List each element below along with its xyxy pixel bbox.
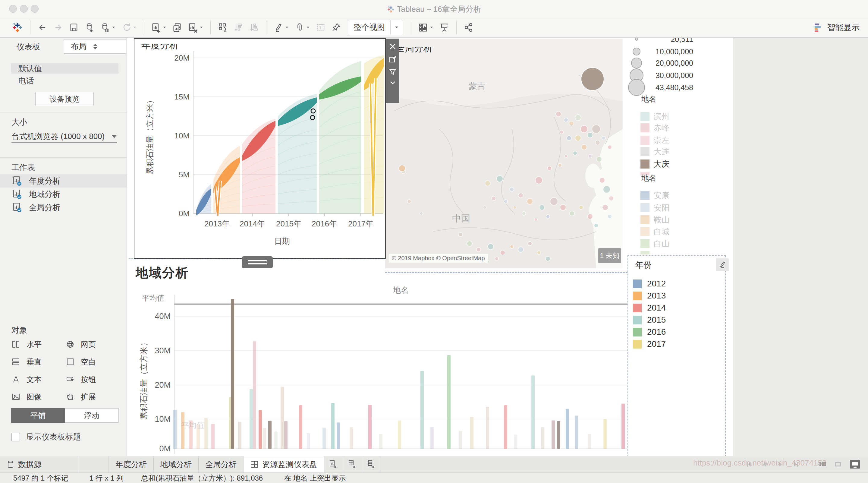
year-legend-item-2015[interactable]: 2015 <box>633 314 666 326</box>
tab-data-source[interactable]: 数据源 <box>0 456 79 473</box>
redo-button[interactable] <box>50 19 66 36</box>
highlight-button[interactable] <box>271 19 292 36</box>
object-web-page-icon[interactable]: 网页 <box>66 338 120 350</box>
year-legend-item-2012[interactable]: 2012 <box>633 278 666 290</box>
new-story-tab-button[interactable] <box>362 456 381 473</box>
city-legend-item[interactable]: 安康 <box>641 190 670 201</box>
show-mark-labels-button[interactable]: T <box>313 19 329 36</box>
object-blank-icon[interactable]: 空白 <box>66 356 120 368</box>
size-legend-row[interactable]: 20,000,000 <box>627 57 727 69</box>
city-legend-item[interactable]: 大连 <box>641 146 670 157</box>
object-horizontal-layout-icon[interactable]: 水平 <box>11 338 66 350</box>
city-legend-item[interactable]: 赤峰 <box>641 122 670 133</box>
sheet-tab-active[interactable]: 资源监测仪表盘 <box>244 456 324 473</box>
title-bar: Tableau – 16章全局分析 <box>0 0 868 17</box>
worksheet-item-0[interactable]: 年度分析 <box>0 174 127 187</box>
toolbar-separator <box>266 21 267 34</box>
worksheets-section-label: 工作表 <box>11 162 35 173</box>
status-bar: 5497 的 1 个标记 1 行 x 1 列 总和(累积石油量（立方米）): 8… <box>0 473 868 483</box>
city-legend-item[interactable]: 鞍山 <box>641 214 670 225</box>
objects-section-label: 对象 <box>11 325 27 336</box>
year-legend-item-2013[interactable]: 2013 <box>633 290 666 302</box>
chevron-down-icon[interactable] <box>390 20 403 35</box>
size-legend-row[interactable]: 20,511 <box>627 38 727 45</box>
new-data-source-button[interactable] <box>82 19 97 36</box>
svg-text:平均值: 平均值 <box>181 421 204 429</box>
object-text-object-icon[interactable]: 文本 <box>11 373 66 385</box>
tab-dashboard[interactable]: 仪表板 <box>17 41 40 52</box>
size-legend-row[interactable]: 10,000,000 <box>627 46 727 58</box>
svg-text:2015年: 2015年 <box>276 219 301 228</box>
show-hide-cards-button[interactable] <box>415 19 436 36</box>
worksheet-item-1[interactable]: 地域分析 <box>0 187 127 201</box>
save-button[interactable] <box>66 19 82 36</box>
year-legend-item-2014[interactable]: 2014 <box>633 302 666 314</box>
tiled-button[interactable]: 平铺 <box>11 408 65 423</box>
size-legend-row[interactable]: 43,480,458 <box>627 82 727 93</box>
svg-text:平均值: 平均值 <box>142 294 164 302</box>
group-members-button[interactable] <box>292 19 313 36</box>
floating-button[interactable]: 浮动 <box>65 408 119 423</box>
close-icon[interactable] <box>389 42 397 51</box>
highlight-pencil-icon[interactable] <box>716 259 729 271</box>
refresh-button[interactable] <box>119 19 140 36</box>
city-legend-item[interactable]: 白城 <box>641 226 670 237</box>
object-button-object-icon[interactable]: 按钮 <box>66 373 120 385</box>
city-legend-item[interactable]: 安阳 <box>641 202 670 213</box>
drag-handle[interactable] <box>242 256 273 268</box>
chart2-title: 地域分析 <box>135 264 189 281</box>
year-analysis-floating-sheet[interactable]: 年度分析 20M15M10M5M0M2013年2014年2015年2016年20… <box>134 38 386 259</box>
sort-descending-button[interactable] <box>246 19 262 36</box>
collapse-pane-icon[interactable] <box>93 44 97 50</box>
worksheet-item-2[interactable]: 全局分析 <box>0 201 127 214</box>
clear-sheet-button[interactable] <box>185 19 206 36</box>
dashboard-phone-item[interactable]: 电话 <box>19 76 34 86</box>
presentation-mode-button[interactable] <box>436 19 452 36</box>
svg-text:20M: 20M <box>155 381 170 390</box>
sheet-tab-0[interactable]: 年度分析 <box>109 456 154 473</box>
go-to-sheet-icon[interactable] <box>389 55 397 63</box>
blank-icon <box>66 357 75 366</box>
new-worksheet-button[interactable] <box>148 19 169 36</box>
object-vertical-layout-icon[interactable]: 垂直 <box>11 356 66 368</box>
show-dashboard-title-checkbox[interactable] <box>11 433 20 442</box>
fit-selector[interactable]: 整个视图 <box>348 20 403 35</box>
year-legend-panel[interactable]: 年份 2012 2013 2014 2015 2016 2017 <box>627 255 726 456</box>
dashboard-default-item[interactable]: 默认值 <box>11 63 119 73</box>
sort-ascending-button[interactable] <box>230 19 246 36</box>
svg-text:日期: 日期 <box>274 237 290 246</box>
year-legend-item-2017[interactable]: 2017 <box>633 338 666 350</box>
pause-updates-button[interactable] <box>97 19 119 36</box>
tableau-logo-icon[interactable] <box>9 19 26 36</box>
sheet-tab-2[interactable]: 全局分析 <box>198 456 244 473</box>
legends-column: 20,511 10,000,000 20,000,000 30,000,000 … <box>627 38 727 255</box>
use-as-filter-icon[interactable] <box>389 67 397 76</box>
more-options-icon[interactable] <box>390 80 396 85</box>
text-object-icon <box>11 375 21 384</box>
show-me-icon <box>814 22 824 33</box>
fix-axes-button[interactable] <box>329 19 344 36</box>
new-worksheet-tab-button[interactable] <box>324 456 343 473</box>
duplicate-button[interactable] <box>169 19 185 36</box>
share-button[interactable] <box>461 19 476 36</box>
device-preview-button[interactable]: 设备预览 <box>35 92 94 106</box>
unknown-count-badge[interactable]: 1 未知 <box>598 248 621 263</box>
undo-button[interactable] <box>35 19 50 36</box>
swap-rows-columns-button[interactable] <box>215 19 230 36</box>
worksheet-list: 年度分析 地域分析 全局分析 <box>0 174 127 214</box>
region-analysis-sheet[interactable]: 地域分析 地名 平均值40M30M20M10M0M累积石油量（立方米）平均值 <box>127 259 627 456</box>
tab-layout[interactable]: 布局 <box>64 39 126 54</box>
button-object-icon <box>66 375 75 384</box>
object-image-object-icon[interactable]: 图像 <box>11 391 66 403</box>
city-legend-item[interactable]: 滨州 <box>641 111 670 122</box>
year-legend-item-2016[interactable]: 2016 <box>633 326 666 338</box>
global-analysis-map[interactable]: 全局分析 © 2019 Mapbox © OpenStreetMap 1 未知 … <box>385 38 623 268</box>
svg-text:30M: 30M <box>155 346 170 355</box>
sheet-tab-1[interactable]: 地域分析 <box>154 456 198 473</box>
city-legend-item[interactable]: 崇左 <box>641 135 670 146</box>
size-select[interactable]: 台式机浏览器 (1000 x 800) <box>11 130 117 143</box>
show-me-button[interactable]: 智能显示 <box>814 22 860 33</box>
new-dashboard-tab-button[interactable] <box>343 456 362 473</box>
city-legend-item[interactable]: 大庆 <box>641 159 670 170</box>
object-extension-object-icon[interactable]: 扩展 <box>66 391 120 403</box>
